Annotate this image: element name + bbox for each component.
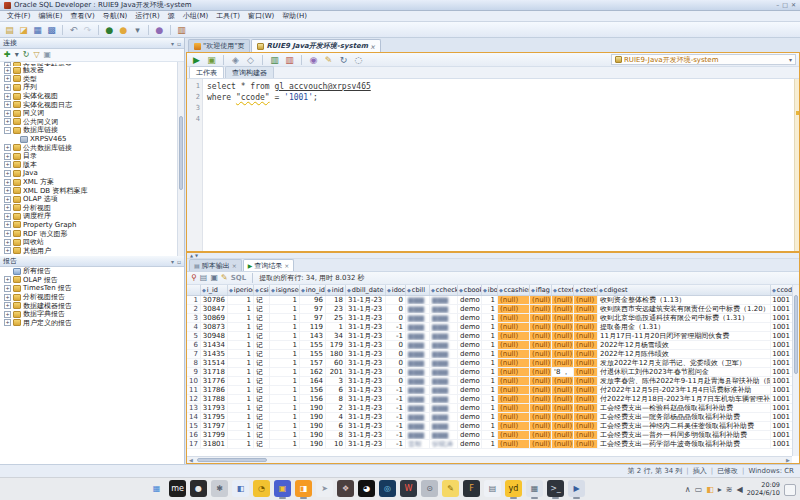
- table-cell[interactable]: (null): [498, 386, 530, 394]
- table-cell[interactable]: demo: [458, 341, 482, 349]
- table-cell[interactable]: demo: [458, 413, 482, 421]
- table-cell[interactable]: 8: [326, 431, 346, 439]
- expander-icon[interactable]: +: [4, 144, 11, 151]
- table-cell[interactable]: (null): [498, 368, 530, 376]
- table-cell[interactable]: -1: [386, 422, 406, 430]
- table-cell[interactable]: 记: [254, 323, 270, 331]
- column-header[interactable]: ◆isignseq: [270, 285, 300, 295]
- table-cell[interactable]: 1: [482, 332, 498, 340]
- table-cell[interactable]: demo: [458, 296, 482, 304]
- table-cell[interactable]: (null): [498, 377, 530, 385]
- table-cell[interactable]: 162: [300, 368, 326, 376]
- table-cell[interactable]: (null): [498, 296, 530, 304]
- table-cell[interactable]: 31-1月-23: [346, 368, 386, 376]
- table-cell[interactable]: 1: [270, 422, 300, 430]
- table-cell[interactable]: 1: [228, 395, 254, 403]
- table-cell[interactable]: 1: [228, 323, 254, 331]
- table-cell[interactable]: (null): [574, 377, 598, 385]
- splitter-down-icon[interactable]: ▼: [195, 254, 198, 258]
- table-cell[interactable]: 13: [187, 404, 201, 412]
- table-cell[interactable]: ▆▆▆: [430, 431, 458, 439]
- column-header[interactable]: ◆dbill_date: [346, 285, 386, 295]
- sort-icon[interactable]: ◆: [459, 287, 463, 293]
- table-cell[interactable]: 1: [228, 431, 254, 439]
- expander-icon[interactable]: +: [4, 67, 11, 74]
- table-cell[interactable]: 190: [300, 440, 326, 448]
- table-cell[interactable]: 14: [187, 413, 201, 421]
- table-row[interactable]: 16317991记1190831-1月-23-1▆▆▆▆▆▆demo1(null…: [187, 431, 792, 440]
- filter-icon[interactable]: ▽: [33, 51, 39, 59]
- app-edit[interactable]: ✎: [442, 480, 459, 497]
- expander-icon[interactable]: +: [4, 153, 11, 160]
- table-cell[interactable]: 1001: [771, 341, 792, 349]
- table-cell[interactable]: 31793: [201, 404, 228, 412]
- app-me[interactable]: me: [169, 480, 186, 497]
- table-cell[interactable]: (null): [530, 359, 552, 367]
- table-cell[interactable]: (null): [498, 323, 530, 331]
- table-cell[interactable]: 1001: [771, 296, 792, 304]
- table-cell[interactable]: (null): [498, 341, 530, 349]
- table-cell[interactable]: (null): [574, 413, 598, 421]
- table-cell[interactable]: 0: [386, 350, 406, 358]
- worksheet-subtab[interactable]: 工作表: [189, 66, 224, 78]
- table-cell[interactable]: (null): [530, 386, 552, 394]
- table-cell[interactable]: 31786: [201, 386, 228, 394]
- table-cell[interactable]: (null): [552, 413, 574, 421]
- sql-editor[interactable]: 1234 select * from gl_accvouch@xrpsv465w…: [187, 79, 794, 251]
- table-cell[interactable]: ▆▆▆: [430, 341, 458, 349]
- table-cell[interactable]: 30847: [201, 305, 228, 313]
- table-cell[interactable]: 6: [326, 386, 346, 394]
- menu-item[interactable]: 源: [164, 11, 179, 21]
- table-cell[interactable]: (null): [552, 431, 574, 439]
- warning-marker[interactable]: [796, 111, 799, 115]
- table-cell[interactable]: 31801: [201, 440, 228, 448]
- column-header[interactable]: ◆inid: [326, 285, 346, 295]
- table-row[interactable]: 13317931记1190231-1月-23-1▆▆▆▆▆▆demo1(null…: [187, 404, 792, 413]
- table-cell[interactable]: 156: [300, 395, 326, 403]
- table-cell[interactable]: 1: [270, 368, 300, 376]
- table-cell[interactable]: demo: [458, 422, 482, 430]
- tree-item[interactable]: −数据库链接: [0, 126, 177, 135]
- table-cell[interactable]: (null): [530, 323, 552, 331]
- table-cell[interactable]: (null): [552, 359, 574, 367]
- table-cell[interactable]: 6: [326, 422, 346, 430]
- table-cell[interactable]: 工会经费支出—院务部杨晶晶领取福利补助费: [598, 413, 771, 421]
- table-cell[interactable]: 31434: [201, 341, 228, 349]
- table-cell[interactable]: 1: [270, 386, 300, 394]
- table-cell[interactable]: 157: [300, 359, 326, 367]
- table-cell[interactable]: (null): [552, 341, 574, 349]
- sort-icon[interactable]: ◆: [499, 287, 503, 293]
- table-cell[interactable]: 1: [482, 413, 498, 421]
- table-cell[interactable]: 记: [254, 413, 270, 421]
- history-icon[interactable]: ↻: [337, 53, 350, 66]
- table-cell[interactable]: '8 ，: [552, 368, 574, 376]
- table-cell[interactable]: 31-1月-23: [346, 440, 386, 448]
- table-cell[interactable]: 1: [270, 359, 300, 367]
- column-header[interactable]: ◆ccheck: [430, 285, 458, 295]
- table-cell[interactable]: (null): [498, 359, 530, 367]
- app-snip[interactable]: ◧: [232, 480, 249, 497]
- table-cell[interactable]: ▆▆▆: [406, 332, 430, 340]
- table-cell[interactable]: 7: [187, 350, 201, 358]
- table-cell[interactable]: demo: [458, 431, 482, 439]
- column-header[interactable]: ◆ibook: [482, 285, 498, 295]
- table-cell[interactable]: (null): [574, 323, 598, 331]
- close-icon[interactable]: ✕: [791, 2, 796, 8]
- table-cell[interactable]: (null): [530, 314, 552, 322]
- column-header[interactable]: ◆ino_id: [300, 285, 326, 295]
- table-cell[interactable]: ▆▆▆: [406, 314, 430, 322]
- column-header[interactable]: ◆iflag: [530, 285, 552, 295]
- column-header[interactable]: ◆idoc: [386, 285, 406, 295]
- table-cell[interactable]: 记: [254, 296, 270, 304]
- table-cell[interactable]: 23: [326, 305, 346, 313]
- table-cell[interactable]: 31435: [201, 350, 228, 358]
- column-header[interactable]: ◆i_id: [201, 285, 228, 295]
- table-cell[interactable]: (null): [530, 413, 552, 421]
- table-cell[interactable]: (null): [574, 368, 598, 376]
- table-cell[interactable]: 25: [326, 314, 346, 322]
- sort-icon[interactable]: ◆: [229, 287, 233, 293]
- back-icon[interactable]: ●: [103, 23, 116, 36]
- app-timer[interactable]: ◔: [253, 480, 270, 497]
- table-cell[interactable]: 156: [300, 386, 326, 394]
- menu-item[interactable]: 帮助(H): [278, 11, 311, 21]
